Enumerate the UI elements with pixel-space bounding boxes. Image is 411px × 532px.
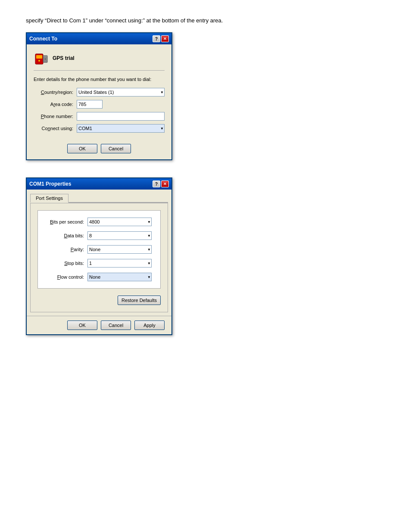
country-region-row: Country/region: United States (1) ▼ bbox=[34, 88, 165, 96]
connect-to-titlebar: Connect To ? ✕ bbox=[27, 33, 171, 44]
phone-number-row: Phone number: bbox=[34, 112, 165, 121]
country-region-select-wrapper[interactable]: United States (1) ▼ bbox=[77, 88, 165, 96]
gps-phone-icon bbox=[34, 50, 49, 66]
country-region-select[interactable]: United States (1) bbox=[77, 88, 165, 96]
instruction-text: specify “Direct to Com 1” under “connect… bbox=[26, 17, 385, 24]
flow-control-label: Flow control: bbox=[47, 274, 87, 280]
com1-titlebar: COM1 Properties ? ✕ bbox=[27, 178, 171, 190]
bits-per-second-select[interactable]: 4800 bbox=[87, 218, 152, 226]
bits-per-second-wrapper[interactable]: 4800 ▼ bbox=[87, 218, 152, 226]
connect-to-icon-row: GPS trial bbox=[34, 50, 165, 71]
tab-port-settings[interactable]: Port Settings bbox=[30, 194, 68, 203]
tab-bar-container: Port Settings bbox=[27, 190, 171, 203]
bits-per-second-row: Bits per second: 4800 ▼ bbox=[47, 218, 152, 226]
svg-point-5 bbox=[45, 59, 46, 59]
connect-using-select-wrapper[interactable]: COM1 ▼ bbox=[77, 124, 165, 133]
phone-number-label: Phone number: bbox=[34, 114, 77, 119]
tab-content-area: Bits per second: 4800 ▼ Data bits: bbox=[27, 203, 171, 316]
com1-ok-button[interactable]: OK bbox=[67, 320, 97, 330]
parity-wrapper[interactable]: None ▼ bbox=[87, 245, 152, 254]
bits-per-second-label: Bits per second: bbox=[47, 219, 87, 224]
phone-number-input[interactable] bbox=[77, 112, 165, 121]
com1-dialog-buttons: OK Cancel Apply bbox=[27, 316, 171, 334]
com1-cancel-button[interactable]: Cancel bbox=[101, 320, 131, 330]
gps-trial-label: GPS trial bbox=[53, 55, 75, 61]
tab-bar: Port Settings bbox=[30, 193, 168, 203]
restore-defaults-button[interactable]: Restore Defaults bbox=[118, 296, 161, 305]
flow-control-wrapper[interactable]: None ▼ bbox=[87, 273, 152, 281]
area-code-input[interactable] bbox=[77, 100, 103, 109]
help-button[interactable]: ? bbox=[153, 35, 160, 42]
connect-to-dialog: Connect To ? ✕ GPS trial Enter details f… bbox=[26, 32, 172, 160]
connect-to-title: Connect To bbox=[29, 36, 153, 42]
country-region-label: Country/region: bbox=[34, 90, 77, 95]
area-code-label: Area code: bbox=[34, 102, 77, 107]
connect-using-select[interactable]: COM1 bbox=[77, 124, 165, 133]
flow-control-select[interactable]: None bbox=[87, 273, 152, 281]
parity-row: Parity: None ▼ bbox=[47, 245, 152, 254]
data-bits-label: Data bits: bbox=[47, 233, 87, 238]
ok-button[interactable]: OK bbox=[67, 144, 97, 153]
stop-bits-label: Stop bits: bbox=[47, 261, 87, 266]
com1-title: COM1 Properties bbox=[29, 181, 153, 187]
data-bits-wrapper[interactable]: 8 ▼ bbox=[87, 231, 152, 240]
parity-select[interactable]: None bbox=[87, 245, 152, 254]
stop-bits-select[interactable]: 1 bbox=[87, 259, 152, 268]
com1-apply-button[interactable]: Apply bbox=[134, 320, 165, 330]
tab-content: Bits per second: 4800 ▼ Data bits: bbox=[30, 203, 168, 312]
data-bits-select[interactable]: 8 bbox=[87, 231, 152, 240]
titlebar-buttons: ? ✕ bbox=[153, 35, 169, 42]
com1-close-button[interactable]: ✕ bbox=[161, 180, 169, 187]
com1-titlebar-buttons: ? ✕ bbox=[153, 180, 169, 187]
close-button[interactable]: ✕ bbox=[161, 35, 169, 42]
svg-rect-1 bbox=[36, 55, 42, 59]
stop-bits-row: Stop bits: 1 ▼ bbox=[47, 259, 152, 268]
port-settings-panel: Bits per second: 4800 ▼ Data bits: bbox=[37, 210, 161, 289]
connect-to-body: GPS trial Enter details for the phone nu… bbox=[27, 44, 171, 159]
parity-label: Parity: bbox=[47, 247, 87, 252]
svg-point-2 bbox=[38, 60, 40, 62]
stop-bits-wrapper[interactable]: 1 ▼ bbox=[87, 259, 152, 268]
data-bits-row: Data bits: 8 ▼ bbox=[47, 231, 152, 240]
com1-help-button[interactable]: ? bbox=[153, 180, 160, 187]
connect-using-row: Connect using: COM1 ▼ bbox=[34, 124, 165, 133]
cancel-button[interactable]: Cancel bbox=[101, 144, 131, 153]
flow-control-row: Flow control: None ▼ bbox=[47, 273, 152, 281]
connect-to-buttons: OK Cancel bbox=[34, 140, 165, 153]
restore-defaults-row: Restore Defaults bbox=[37, 294, 161, 305]
com1-properties-dialog: COM1 Properties ? ✕ Port Settings Bits p… bbox=[26, 177, 172, 335]
connect-using-label: Connect using: bbox=[34, 126, 77, 131]
connect-instruction: Enter details for the phone number that … bbox=[34, 77, 165, 82]
area-code-row: Area code: bbox=[34, 100, 165, 109]
